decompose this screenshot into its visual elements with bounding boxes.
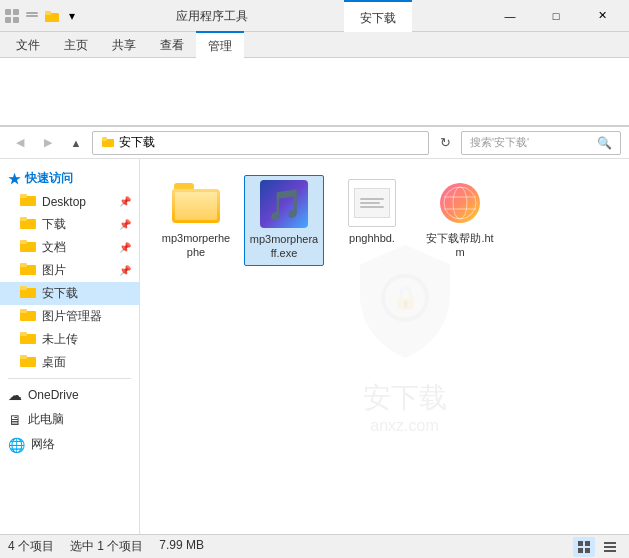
svg-rect-1 — [13, 9, 19, 15]
svg-rect-37 — [604, 546, 616, 548]
ribbon: 文件 主页 共享 查看 管理 — [0, 32, 629, 127]
computer-icon: 🖥 — [8, 412, 22, 428]
file-item-htm[interactable]: 安下载帮助.htm — [420, 175, 500, 266]
ribbon-tab-view[interactable]: 查看 — [148, 32, 196, 58]
sidebar-item-onedrive[interactable]: ☁ OneDrive — [0, 383, 139, 407]
ribbon-tab-share[interactable]: 共享 — [100, 32, 148, 58]
window-controls: — □ ✕ — [487, 0, 625, 32]
main-content: ★ 快速访问 Desktop 📌 下载 📌 — [0, 159, 629, 534]
sidebar-item-network-label: 网络 — [31, 436, 55, 453]
pin-icon: 📌 — [119, 196, 131, 207]
ribbon-tab-file[interactable]: 文件 — [4, 32, 52, 58]
title-tab-download[interactable]: 安下载 — [344, 0, 412, 32]
file-item-exe[interactable]: 🎵 mp3morpheraff.exe — [244, 175, 324, 266]
svg-rect-32 — [578, 541, 583, 546]
up-button[interactable]: ▲ — [64, 131, 88, 155]
folder-icon — [20, 354, 36, 371]
address-path: 安下载 — [119, 134, 155, 151]
forward-button[interactable]: ▶ — [36, 131, 60, 155]
htm-circle-icon — [440, 183, 480, 223]
pin-icon: 📌 — [119, 219, 131, 230]
pin-icon: 📌 — [119, 265, 131, 276]
star-icon: ★ — [8, 171, 21, 187]
ribbon-tab-manage[interactable]: 管理 — [196, 31, 244, 58]
svg-rect-11 — [20, 194, 27, 198]
close-button[interactable]: ✕ — [579, 0, 625, 32]
file-name-png: pnghhbd. — [349, 231, 395, 245]
file-item-png[interactable]: pnghhbd. — [332, 175, 412, 266]
sidebar-item-picmgr[interactable]: 图片管理器 — [0, 305, 139, 328]
svg-rect-33 — [585, 541, 590, 546]
folder-icon-title — [44, 8, 60, 24]
watermark: 🔒 安下载 anxz.com — [355, 239, 455, 434]
sidebar-item-computer[interactable]: 🖥 此电脑 — [0, 407, 139, 432]
quick-access-header[interactable]: ★ 快速访问 — [0, 167, 139, 190]
ribbon-tabs: 文件 主页 共享 查看 管理 — [0, 32, 629, 58]
ribbon-content — [0, 58, 629, 126]
svg-rect-5 — [26, 15, 38, 17]
selected-count: 选中 1 个项目 — [70, 538, 143, 555]
folder-icon-large — [172, 179, 220, 227]
sidebar-item-docs-label: 文档 — [42, 239, 66, 256]
htm-icon-large — [436, 179, 484, 227]
svg-rect-36 — [604, 542, 616, 544]
svg-text:🔒: 🔒 — [391, 283, 419, 310]
svg-rect-15 — [20, 240, 27, 244]
title-tabs: 应用程序工具 安下载 — [84, 0, 487, 32]
quick-access-label: 快速访问 — [25, 170, 73, 187]
png-icon-large — [348, 179, 396, 227]
address-input[interactable]: 安下载 — [92, 131, 429, 155]
svg-point-29 — [453, 187, 467, 219]
sidebar-item-download[interactable]: 下载 📌 — [0, 213, 139, 236]
svg-point-28 — [444, 187, 476, 219]
search-placeholder: 搜索'安下载' — [470, 135, 529, 150]
window-icon — [4, 8, 20, 24]
sidebar-item-anxz[interactable]: 安下载 — [0, 282, 139, 305]
quick-access-section: ★ 快速访问 Desktop 📌 下载 📌 — [0, 167, 139, 374]
svg-rect-4 — [26, 12, 38, 14]
sidebar-item-desktop2-label: 桌面 — [42, 354, 66, 371]
list-view-button[interactable] — [573, 537, 595, 557]
file-name-exe: mp3morpheraff.exe — [249, 232, 319, 261]
title-bar-icons: ▾ — [4, 8, 80, 24]
folder-icon — [20, 193, 36, 210]
file-area: 🔒 安下载 anxz.com mp3morperhephe — [140, 159, 629, 534]
watermark-text: 安下载 — [355, 378, 455, 416]
svg-rect-7 — [45, 11, 51, 15]
folder-icon — [20, 216, 36, 233]
sidebar-item-desktop2[interactable]: 桌面 — [0, 351, 139, 374]
pin-icon: 📌 — [119, 242, 131, 253]
sidebar-item-pictures[interactable]: 图片 📌 — [0, 259, 139, 282]
title-tab-tools[interactable]: 应用程序工具 — [160, 0, 264, 32]
network-icon: 🌐 — [8, 437, 25, 453]
search-icon[interactable]: 🔍 — [597, 136, 612, 150]
dropdown-icon[interactable]: ▾ — [64, 8, 80, 24]
sidebar-item-network[interactable]: 🌐 网络 — [0, 432, 139, 457]
sidebar-item-pictures-label: 图片 — [42, 262, 66, 279]
svg-rect-3 — [13, 17, 19, 23]
file-name-htm: 安下载帮助.htm — [424, 231, 496, 260]
sidebar-item-unuploaded[interactable]: 未上传 — [0, 328, 139, 351]
svg-rect-34 — [578, 548, 583, 553]
status-bar: 4 个项目 选中 1 个项目 7.99 MB — [0, 534, 629, 558]
search-box[interactable]: 搜索'安下载' 🔍 — [461, 131, 621, 155]
music-icon: 🎵 — [266, 187, 303, 222]
sidebar-item-anxz-label: 安下载 — [42, 285, 78, 302]
sidebar-item-desktop[interactable]: Desktop 📌 — [0, 190, 139, 213]
maximize-button[interactable]: □ — [533, 0, 579, 32]
folder-icon — [20, 239, 36, 256]
svg-rect-23 — [20, 332, 27, 336]
sidebar: ★ 快速访问 Desktop 📌 下载 📌 — [0, 159, 140, 534]
folder-icon — [20, 285, 36, 302]
back-button[interactable]: ◀ — [8, 131, 32, 155]
status-right — [573, 537, 621, 557]
sidebar-item-docs[interactable]: 文档 📌 — [0, 236, 139, 259]
refresh-button[interactable]: ↻ — [433, 131, 457, 155]
detail-view-button[interactable] — [599, 537, 621, 557]
status-left: 4 个项目 选中 1 个项目 7.99 MB — [8, 538, 573, 555]
minimize-button[interactable]: — — [487, 0, 533, 32]
watermark-domain: anxz.com — [355, 416, 455, 434]
file-item-folder[interactable]: mp3morperhephe — [156, 175, 236, 266]
sidebar-item-computer-label: 此电脑 — [28, 411, 64, 428]
ribbon-tab-home[interactable]: 主页 — [52, 32, 100, 58]
